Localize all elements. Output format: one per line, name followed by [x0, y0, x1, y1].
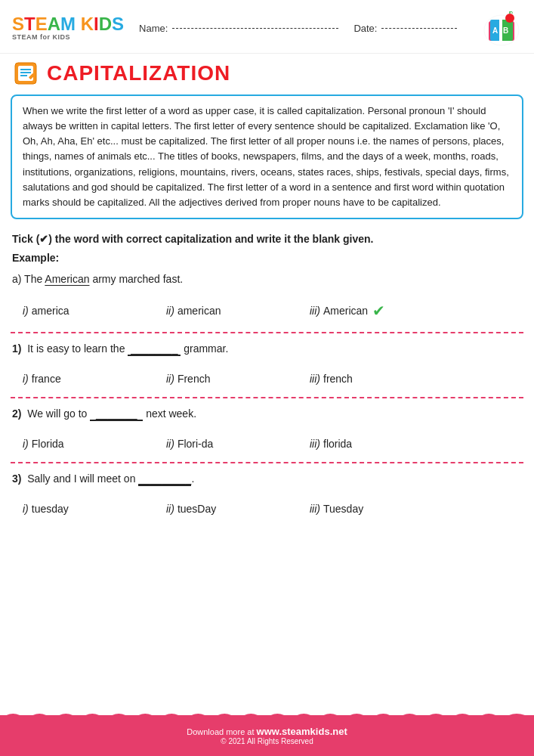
q2-option-3: iii) florida: [310, 438, 453, 450]
question-2-sentence: 2) We will go to _______ next week.: [12, 407, 522, 421]
svg-rect-4: [499, 20, 502, 41]
q2-option-2-label: ii): [166, 438, 174, 450]
logo-text: STEAM KIDS: [12, 15, 124, 33]
example-options: i) america ii) american iii) American ✔: [0, 302, 534, 327]
example-option-2: ii) american: [166, 305, 310, 317]
example-label: Example:: [0, 250, 534, 270]
q2-blank: _______: [90, 407, 143, 421]
question-3-block: 3) Sally and I will meet on _________.: [0, 469, 534, 503]
footer-wave: [0, 706, 534, 720]
q3-option-3-label: iii): [310, 503, 320, 515]
date-line: Date:: [353, 23, 457, 34]
page-title: CAPITALIZATION: [47, 61, 230, 85]
correct-tick-icon: ✔: [372, 302, 385, 320]
q3-blank: _________: [138, 472, 191, 486]
example-option-2-text: american: [177, 305, 221, 317]
q1-sentence-before: It is easy to learn the: [27, 342, 125, 355]
q3-sentence-before: Sally and I will meet on: [27, 472, 135, 485]
example-sentence-label: a) The: [12, 273, 42, 285]
q3-option-2-text: tuesDay: [177, 503, 216, 515]
q2-option-1-text: Florida: [32, 438, 64, 450]
q1-option-2: ii) French: [166, 373, 310, 385]
question-1-sentence: 1) It is easy to learn the ________ gram…: [12, 342, 522, 356]
q3-option-1-label: i): [23, 503, 29, 515]
q1-options: i) france ii) French iii) french: [0, 373, 534, 392]
q3-option-2: ii) tuesDay: [166, 503, 310, 515]
example-option-3: iii) American ✔: [310, 302, 453, 320]
q1-number: 1): [12, 342, 21, 355]
q1-option-1: i) france: [23, 373, 166, 385]
example-sentence-after: army marched fast.: [92, 273, 183, 285]
question-1-block: 1) It is easy to learn the ________ gram…: [0, 339, 534, 373]
q3-number: 3): [12, 472, 21, 485]
separator-1: [11, 397, 523, 398]
example-option-3-label: iii): [310, 305, 320, 317]
instruction-text: Tick (✔) the word with correct capitaliz…: [0, 227, 534, 250]
example-blank: American: [45, 273, 89, 285]
header: STEAM KIDS STEAM for KIDS Name: Date: A …: [0, 0, 534, 54]
q2-option-3-text: florida: [323, 438, 352, 450]
q2-sentence-after: next week.: [146, 407, 196, 420]
q1-option-3-label: iii): [310, 373, 320, 385]
separator-2: [11, 462, 523, 463]
date-label: Date:: [353, 23, 377, 34]
example-block: a) The American army marched fast.: [0, 270, 534, 302]
example-option-2-label: ii): [166, 305, 174, 317]
q2-option-1: i) Florida: [23, 438, 166, 450]
example-sentence: a) The American army marched fast.: [12, 273, 522, 285]
instruction-label: Tick (✔) the word with correct capitaliz…: [12, 233, 373, 245]
q3-option-1-text: tuesday: [32, 503, 69, 515]
q3-option-3-text: Tuesday: [323, 503, 363, 515]
info-box: When we write the first letter of a word…: [11, 94, 523, 219]
svg-text:B: B: [503, 26, 508, 35]
svg-point-7: [505, 14, 514, 23]
footer: Download more at www.steamkids.net © 202…: [0, 715, 534, 756]
q1-option-1-label: i): [23, 373, 29, 385]
footer-download-label: Download more at: [187, 727, 254, 736]
q1-option-1-text: france: [32, 373, 61, 385]
q2-sentence-before: We will go to: [27, 407, 87, 420]
example-option-1-label: i): [23, 305, 29, 317]
q1-option-3: iii) french: [310, 373, 453, 385]
footer-copyright: © 2021 All Rights Reserved: [221, 737, 313, 745]
title-bar: CAPITALIZATION: [0, 54, 534, 91]
name-line: Name:: [139, 23, 338, 34]
name-label: Name:: [139, 23, 168, 34]
question-3-sentence: 3) Sally and I will meet on _________.: [12, 472, 522, 486]
q2-number: 2): [12, 407, 21, 420]
q3-option-2-label: ii): [166, 503, 174, 515]
footer-site: www.steamkids.net: [257, 726, 347, 737]
q3-option-3: iii) Tuesday: [310, 503, 453, 515]
book-badge-icon: A B: [481, 8, 522, 48]
q1-option-3-text: french: [323, 373, 353, 385]
q2-option-3-label: iii): [310, 438, 320, 450]
logo-area: STEAM KIDS STEAM for KIDS: [12, 15, 124, 41]
info-text: When we write the first letter of a word…: [23, 105, 509, 208]
question-2-block: 2) We will go to _______ next week.: [0, 404, 534, 438]
q1-blank: ________: [128, 342, 181, 356]
name-input-line: [172, 28, 338, 29]
q2-options: i) Florida ii) Flori-da iii) florida: [0, 438, 534, 457]
q2-option-1-label: i): [23, 438, 29, 450]
example-option-3-text: American: [323, 305, 368, 317]
notebook-icon: [12, 60, 39, 87]
q2-option-2: ii) Flori-da: [166, 438, 310, 450]
logo-sub: STEAM for KIDS: [12, 33, 70, 41]
example-option-1-text: america: [32, 305, 69, 317]
separator-0: [11, 332, 523, 333]
date-input-line: [381, 28, 457, 29]
footer-download-text: Download more at www.steamkids.net: [187, 726, 347, 737]
q2-option-2-text: Flori-da: [177, 438, 213, 450]
q3-options: i) tuesday ii) tuesDay iii) Tuesday: [0, 503, 534, 522]
example-option-1: i) america: [23, 305, 166, 317]
q1-sentence-after: grammar.: [184, 342, 228, 355]
q1-option-2-text: French: [177, 373, 211, 385]
q1-option-2-label: ii): [166, 373, 174, 385]
svg-text:A: A: [492, 26, 498, 35]
q3-option-1: i) tuesday: [23, 503, 166, 515]
q3-sentence-after: .: [191, 472, 194, 485]
name-date-area: Name: Date:: [139, 23, 481, 34]
